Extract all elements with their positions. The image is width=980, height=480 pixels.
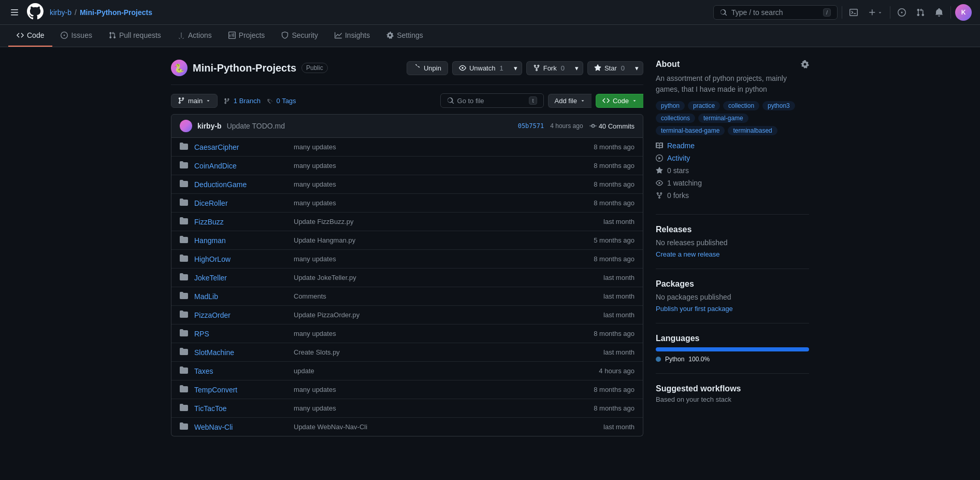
file-name[interactable]: CaesarCipher (194, 143, 287, 151)
repo-actions: Unpin Unwatch 1 ▾ Fork 0 ▾ (407, 61, 643, 75)
language-bar (656, 347, 809, 351)
breadcrumb-owner[interactable]: kirby-b (50, 8, 71, 17)
file-name[interactable]: RPS (194, 330, 287, 338)
divider3 (950, 6, 951, 19)
suggested-workflows-subtitle: Based on your tech stack (656, 396, 809, 403)
file-name[interactable]: CoinAndDice (194, 162, 287, 170)
tab-settings[interactable]: Settings (378, 25, 431, 47)
main-wrapper: 🐍 Mini-Python-Projects Public Unpin Unwa… (158, 47, 822, 449)
file-row: TicTacToe many updates 8 months ago (171, 399, 643, 418)
folder-icon (180, 329, 188, 338)
unpin-button[interactable]: Unpin (407, 61, 448, 75)
activity-link-row: Activity (656, 154, 809, 162)
file-commit-msg: many updates (294, 162, 587, 170)
breadcrumb-repo[interactable]: Mini-Python-Projects (80, 8, 152, 17)
go-to-file-kbd: t (529, 96, 537, 105)
global-search[interactable]: Type / to search / (713, 5, 838, 20)
unwatch-button[interactable]: Unwatch 1 (452, 61, 510, 75)
tab-code[interactable]: Code (8, 25, 52, 47)
go-to-file-label: Go to file (457, 97, 484, 105)
topic-badge[interactable]: collection (723, 101, 759, 110)
file-name[interactable]: WebNav-Cli (194, 423, 287, 431)
file-name[interactable]: MadLib (194, 292, 287, 301)
code-label: Code (613, 97, 629, 105)
branch-count-link[interactable]: 1 Branch (224, 97, 261, 105)
github-logo (27, 3, 44, 21)
new-button[interactable] (865, 5, 886, 20)
file-time: 8 months ago (594, 199, 635, 207)
file-name[interactable]: HighOrLow (194, 255, 287, 263)
language-legend: Python 100.0% (656, 356, 809, 363)
star-button[interactable]: Star 0 (587, 61, 631, 75)
tab-code-label: Code (27, 31, 44, 39)
stars-row: 0 stars (656, 166, 809, 175)
top-navigation: kirby-b / Mini-Python-Projects Type / to… (0, 0, 980, 25)
commits-link[interactable]: 40 Commits (589, 122, 635, 130)
tab-pull-requests[interactable]: Pull requests (100, 25, 169, 47)
file-time: 5 months ago (594, 236, 635, 244)
topic-badge[interactable]: practice (688, 101, 720, 110)
activity-link[interactable]: Activity (667, 154, 690, 162)
file-name[interactable]: SlotMachine (194, 348, 287, 357)
notifications-button[interactable] (932, 5, 946, 20)
topic-badge[interactable]: terminalbased (728, 126, 777, 135)
file-name[interactable]: PizzaOrder (194, 311, 287, 319)
repo-name: Mini-Python-Projects (193, 62, 296, 74)
commit-message[interactable]: Update TODO.md (227, 122, 513, 130)
file-name[interactable]: TicTacToe (194, 404, 287, 413)
tag-count-link[interactable]: 0 Tags (267, 97, 296, 105)
file-time: 8 months ago (594, 180, 635, 188)
file-name[interactable]: TempConvert (194, 386, 287, 394)
file-row: Hangman Update Hangman.py 5 months ago (171, 231, 643, 250)
file-time: 8 months ago (594, 404, 635, 412)
branch-selector[interactable]: main (171, 94, 218, 108)
file-name[interactable]: DeductionGame (194, 180, 287, 189)
file-row: WebNav-Cli Update WebNav-Nav-Cli last mo… (171, 418, 643, 436)
file-name[interactable]: FizzBuzz (194, 218, 287, 226)
tab-security[interactable]: Security (273, 25, 326, 47)
about-settings-icon[interactable] (801, 60, 809, 68)
file-name[interactable]: Taxes (194, 367, 287, 375)
user-avatar[interactable]: K (955, 4, 972, 21)
topic-badge[interactable]: terminal-based-game (656, 126, 725, 135)
folder-icon (180, 366, 188, 376)
fork-dropdown[interactable]: ▾ (571, 61, 583, 75)
file-row: RPS many updates 8 months ago (171, 324, 643, 343)
topic-badge[interactable]: python (656, 101, 685, 110)
folder-icon (180, 217, 188, 227)
hamburger-button[interactable] (8, 6, 21, 19)
star-dropdown[interactable]: ▾ (631, 61, 643, 75)
issues-button[interactable] (895, 5, 909, 20)
pull-requests-button[interactable] (913, 5, 928, 20)
file-commit-msg: Create Slots.py (294, 348, 597, 356)
tab-actions[interactable]: Actions (169, 25, 220, 47)
folder-icon (180, 273, 188, 283)
file-name[interactable]: JokeTeller (194, 274, 287, 282)
fork-group: Fork 0 ▾ (526, 61, 583, 75)
topic-badge[interactable]: terminal-game (698, 114, 748, 123)
fork-label: Fork (543, 64, 557, 72)
star-count: 0 (621, 64, 625, 72)
search-kbd: / (823, 8, 831, 17)
topic-badge[interactable]: python3 (762, 101, 795, 110)
terminal-button[interactable] (846, 5, 861, 20)
file-name[interactable]: Hangman (194, 236, 287, 245)
create-release-link[interactable]: Create a new release (656, 250, 720, 258)
commit-row: kirby-b Update TODO.md 05b7571 4 hours a… (171, 114, 643, 138)
file-commit-msg: many updates (294, 180, 587, 188)
fork-button[interactable]: Fork 0 (526, 61, 571, 75)
publish-package-link[interactable]: Publish your first package (656, 305, 733, 313)
tab-projects[interactable]: Projects (220, 25, 273, 47)
commit-hash[interactable]: 05b7571 (518, 122, 544, 130)
tab-issues[interactable]: Issues (52, 25, 100, 47)
add-file-button[interactable]: Add file (548, 94, 592, 108)
watch-count: 1 (499, 64, 503, 72)
watch-dropdown[interactable]: ▾ (510, 61, 522, 75)
file-name[interactable]: DiceRoller (194, 199, 287, 207)
commit-author[interactable]: kirby-b (197, 122, 222, 130)
code-button[interactable]: Code (596, 94, 643, 108)
tab-insights[interactable]: Insights (326, 25, 378, 47)
go-to-file-button[interactable]: Go to file t (440, 93, 544, 108)
readme-link[interactable]: Readme (667, 142, 695, 150)
topic-badge[interactable]: collections (656, 114, 695, 123)
